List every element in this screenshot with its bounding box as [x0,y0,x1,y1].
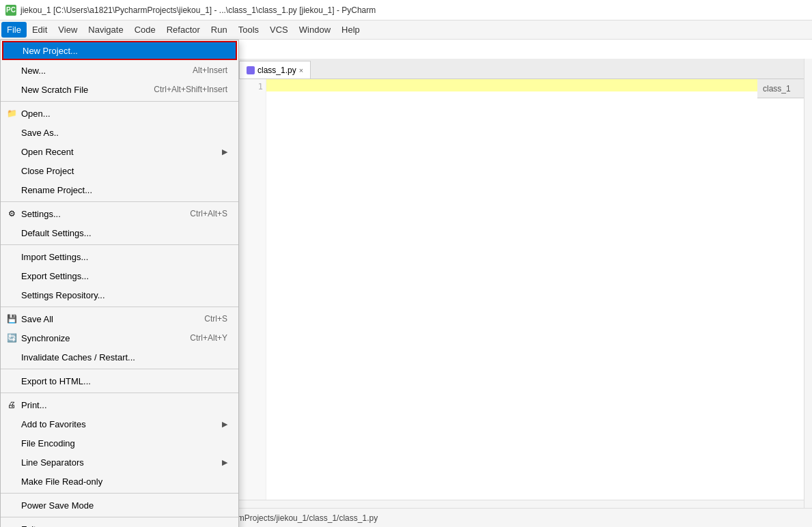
file-tab[interactable]: class_1.py × [239,61,311,79]
menu-dd-item-close-project[interactable]: Close Project [1,161,238,180]
menu-dd-item-rename-project[interactable]: Rename Project... [1,180,238,199]
menu-dd-item-invalidate-caches[interactable]: Invalidate Caches / Restart... [1,347,238,367]
menu-item-file[interactable]: File [1,22,27,38]
menu-separator [1,369,238,369]
menu-bar: FileEditViewNavigateCodeRefactorRunTools… [0,20,812,40]
code-line-highlighted [266,79,812,91]
dd-item-shortcut-new-scratch: Ctrl+Alt+Shift+Insert [154,85,227,94]
editor-area: class_1 class_1.py × 1 [239,40,812,500]
dd-item-label-export-settings: Export Settings... [21,271,89,281]
dd-item-label-file-encoding: File Encoding [21,438,75,448]
menu-dd-item-new[interactable]: New...Alt+Insert [1,61,238,80]
code-body: 1 [239,79,812,519]
menu-item-view[interactable]: View [53,22,83,38]
menu-dd-item-new-project[interactable]: New Project... [2,41,237,60]
menu-dd-item-synchronize[interactable]: 🔄SynchronizeCtrl+Alt+Y [1,328,238,347]
dd-item-shortcut-save-all: Ctrl+S [204,314,227,324]
dd-item-arrow-line-separators: ▶ [222,458,227,467]
dd-item-label-open: Open... [21,109,51,119]
menu-separator [1,101,238,102]
python-file-icon [247,66,255,74]
dd-item-label-save-all: Save All [21,314,53,324]
menu-separator [1,201,238,202]
menu-dd-item-export-settings[interactable]: Export Settings... [1,266,238,285]
dd-item-label-print: Print... [21,400,47,410]
dd-item-label-new: New... [21,66,46,76]
dd-item-label-make-read-only: Make File Read-only [21,476,102,487]
menu-item-run[interactable]: Run [206,22,233,38]
dd-item-label-add-to-favorites: Add to Favorites [21,419,86,429]
dd-item-label-export-html: Export to HTML... [21,376,91,386]
dd-item-label-import-settings: Import Settings... [21,252,88,262]
title-text: jiekou_1 [C:\Users\a1821\PycharmProjects… [20,5,376,15]
menu-dd-item-exit[interactable]: Exit [1,519,238,527]
dd-item-label-save-as: Save As.. [21,128,59,138]
vertical-scrollbar[interactable] [804,59,812,508]
menu-dd-item-add-to-favorites[interactable]: Add to Favorites▶ [1,414,238,433]
menu-separator [1,307,238,307]
dd-item-label-close-project: Close Project [21,166,74,176]
dd-item-label-line-separators: Line Separators [21,457,84,468]
title-bar: PC jiekou_1 [C:\Users\a1821\PycharmProje… [0,0,812,20]
menu-item-window[interactable]: Window [294,22,336,38]
menu-dd-item-open[interactable]: 📁Open... [1,104,238,123]
dd-item-label-invalidate-caches: Invalidate Caches / Restart... [21,352,135,362]
menu-item-vcs[interactable]: VCS [264,22,294,38]
dd-item-shortcut-synchronize: Ctrl+Alt+Y [190,333,227,343]
line-numbers: 1 [239,79,266,519]
code-content[interactable] [266,79,812,519]
menu-dd-item-make-read-only[interactable]: Make File Read-only [1,472,238,491]
menu-separator [1,517,238,517]
tab-label: class_1.py [257,66,296,75]
dd-item-label-power-save: Power Save Mode [21,500,94,511]
file-dropdown-menu: New Project...New...Alt+InsertNew Scratc… [0,40,239,527]
menu-dd-item-save-as[interactable]: Save As.. [1,123,238,142]
dd-item-label-exit: Exit [21,524,36,528]
dd-item-label-rename-project: Rename Project... [21,185,92,195]
line-num-1: 1 [239,81,263,93]
dd-item-shortcut-new: Alt+Insert [193,66,227,75]
menu-dd-item-settings[interactable]: ⚙Settings...Ctrl+Alt+S [1,204,238,223]
menu-separator [1,393,238,393]
menu-item-tools[interactable]: Tools [233,22,264,38]
print-icon: 🖨 [6,399,17,410]
dd-item-label-default-settings: Default Settings... [21,228,92,238]
save-icon: 💾 [6,313,17,324]
menu-item-help[interactable]: Help [336,22,365,38]
breadcrumb-label: class_1 [763,84,791,94]
dd-item-shortcut-settings: Ctrl+Alt+S [190,209,227,218]
menu-item-code[interactable]: Code [129,22,161,38]
gear-icon: ⚙ [6,208,17,219]
folder-icon: 📁 [6,108,17,119]
dd-item-label-new-scratch: New Scratch File [21,85,88,95]
app-icon: PC [5,5,16,16]
menu-item-edit[interactable]: Edit [27,22,53,38]
menu-separator [1,493,238,494]
dd-item-arrow-add-to-favorites: ▶ [222,420,227,429]
sync-icon: 🔄 [6,332,17,343]
menu-dd-item-open-recent[interactable]: Open Recent▶ [1,142,238,161]
dd-item-label-settings: Settings... [21,209,61,219]
tab-bar: class_1.py × [239,59,812,79]
dd-item-arrow-open-recent: ▶ [222,147,227,156]
menu-dd-item-import-settings[interactable]: Import Settings... [1,247,238,266]
menu-dd-item-new-scratch[interactable]: New Scratch FileCtrl+Alt+Shift+Insert [1,80,238,99]
dd-item-label-synchronize: Synchronize [21,333,70,343]
menu-item-navigate[interactable]: Navigate [83,22,128,38]
menu-dd-item-export-html[interactable]: Export to HTML... [1,371,238,390]
menu-dd-item-print[interactable]: 🖨Print... [1,395,238,414]
menu-dd-item-power-save[interactable]: Power Save Mode [1,496,238,515]
menu-item-refactor[interactable]: Refactor [161,22,206,38]
dd-item-label-settings-repo: Settings Repository... [21,290,105,300]
dd-item-label-new-project: New Project... [23,46,78,56]
tab-close-button[interactable]: × [299,66,303,74]
menu-dd-item-line-separators[interactable]: Line Separators▶ [1,453,238,472]
menu-dd-item-default-settings[interactable]: Default Settings... [1,223,238,242]
menu-dd-item-settings-repo[interactable]: Settings Repository... [1,285,238,304]
menu-dd-item-file-encoding[interactable]: File Encoding [1,433,238,453]
dd-item-label-open-recent: Open Recent [21,147,74,157]
menu-dd-item-save-all[interactable]: 💾Save AllCtrl+S [1,309,238,328]
horizontal-scrollbar[interactable] [239,500,804,508]
menu-separator [1,244,238,245]
